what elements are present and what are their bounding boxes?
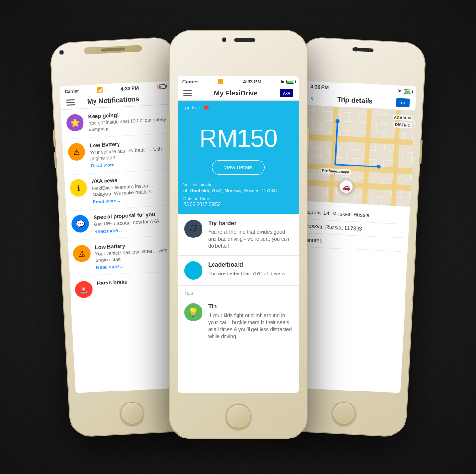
vehicle-location-value: ul. Garibaldi, 26к2, Moskva, Russia, 117… xyxy=(183,188,293,193)
notif-icon-warning-1: ⚠ xyxy=(68,143,86,161)
camera-center xyxy=(222,37,226,42)
notif-low-battery-1[interactable]: ⚠ Low Battery Your vehicle has low batte… xyxy=(62,133,175,175)
time-left: 4:33 PM xyxy=(120,85,139,91)
speaker xyxy=(101,47,125,52)
amount-text: RM150 xyxy=(183,124,293,153)
speaker-center xyxy=(234,38,255,42)
battery-icon-center xyxy=(286,80,294,84)
card-text-try-harder: You're at the line that divides good and… xyxy=(208,228,292,249)
ca-logo: Ca xyxy=(396,98,410,107)
home-button-right[interactable] xyxy=(332,401,356,425)
trip-detail-start-value: ospekt, 14, Moskva, Russia, xyxy=(305,209,404,220)
home-button-left[interactable] xyxy=(120,401,144,425)
left-screen: Carrier 📶 4:33 PM My Notifications xyxy=(60,81,186,393)
card-text-leaderboard: You are better than 75% of drivers xyxy=(208,270,292,277)
notif-content-keep-going: Keep going! You got inside best 100 of o… xyxy=(88,109,167,133)
amount-display: RM150 xyxy=(183,114,293,160)
location-arrow-icon: ➤ xyxy=(398,88,402,93)
notif-icon-star: ⭐ xyxy=(66,114,84,132)
datetime-label: Date and time xyxy=(183,196,293,201)
svg-point-1 xyxy=(377,165,381,168)
svg-point-0 xyxy=(335,119,339,123)
map-label-distr: DISTRIC xyxy=(393,122,412,128)
card-tip-1[interactable]: 💡 Tip If your kids fight or climb around… xyxy=(178,297,299,346)
card-try-harder[interactable]: 🛡 Try harder You're at the line that div… xyxy=(178,214,299,256)
ignition-label: Ignition xyxy=(183,105,200,110)
battery-fill-center xyxy=(287,81,293,83)
card-icon-bulb: 💡 xyxy=(184,303,202,321)
card-content-leaderboard: Leaderboard You are better than 75% of d… xyxy=(208,261,292,277)
nav-bar-center: My FlexiDrive AXA xyxy=(178,86,299,101)
wifi-icon-center: 📶 xyxy=(218,79,223,84)
battery-fill-left xyxy=(159,85,161,88)
back-arrow-right[interactable]: ‹ xyxy=(311,94,314,102)
card-title-tip-1: Tip xyxy=(208,303,292,310)
camera-icon xyxy=(59,50,64,55)
battery-icon-left xyxy=(157,84,165,89)
battery-area-left xyxy=(156,84,165,89)
notif-content-harsh-brake: Harsh brake xyxy=(97,276,176,287)
view-details-button[interactable]: View Details xyxy=(212,160,264,175)
card-list: 🛡 Try harder You're at the line that div… xyxy=(178,214,299,346)
notif-content-special-proposal: Special proposal for you Get 10% discoun… xyxy=(93,211,173,235)
time-center: 4:33 PM xyxy=(243,79,262,84)
nav-title-center: My FlexiDrive xyxy=(214,89,257,97)
notif-content-axa-news: AXA news FlexiDrive telematic insura… Ma… xyxy=(92,175,172,205)
notif-icon-alert: 🚨 xyxy=(75,280,93,298)
battery-icon-right xyxy=(404,89,411,94)
power-right[interactable] xyxy=(419,140,423,164)
vehicle-location-label: Vehicle Location xyxy=(183,182,293,187)
trip-detail-end-value: Moskva, Russia, 117393 xyxy=(304,223,403,234)
power-center[interactable] xyxy=(307,127,309,151)
vol-down-button[interactable] xyxy=(54,152,57,168)
vol-down-center[interactable] xyxy=(168,139,170,155)
notif-title-harsh-brake: Harsh brake xyxy=(97,276,176,286)
nav-title-right: Trip details xyxy=(337,95,373,105)
notif-content-low-battery-2: Low Battery Your vehicle has low batter…… xyxy=(95,240,175,270)
map-area: ACADEM DISTRIC Profsoyuznaya 🚗 xyxy=(300,105,415,207)
card-icon-globe: 🌐 xyxy=(184,261,202,280)
ignition-row: Ignition xyxy=(183,105,293,110)
card-icon-shield: 🛡 xyxy=(184,220,202,238)
time-right: 4:36 PM xyxy=(310,83,329,90)
phone-center: Carrier 📶 4:33 PM ▶ My FlexiDrive AXA xyxy=(170,31,307,438)
card-content-tip-1: Tip If your kids fight or climb around i… xyxy=(208,303,292,340)
trip-detail-duration-value: minutes xyxy=(303,237,402,248)
trip-details-list: ospekt, 14, Moskva, Russia, Moskva, Russ… xyxy=(297,201,410,256)
nav-title-left: My Notifications xyxy=(87,95,140,106)
vol-up-center[interactable] xyxy=(168,117,170,134)
phones-container: Carrier 📶 4:33 PM My Notifications xyxy=(51,21,425,453)
signal-icon-center: ▶ xyxy=(281,79,285,84)
card-leaderboard[interactable]: 🌐 Leaderboard You are better than 75% of… xyxy=(178,256,299,286)
notif-axa-news[interactable]: ℹ AXA news FlexiDrive telematic insura… … xyxy=(64,169,177,211)
datetime-value: 23.06.2017 09:52 xyxy=(183,202,293,207)
card-title-leaderboard: Leaderboard xyxy=(208,261,292,268)
nav-right-placeholder-left xyxy=(152,97,165,98)
menu-button-left[interactable] xyxy=(66,99,75,106)
home-button-center[interactable] xyxy=(226,404,251,429)
status-bar-center: Carrier 📶 4:33 PM ▶ xyxy=(178,76,299,86)
map-label-akadem: ACADEM xyxy=(393,115,413,121)
phone-top-speaker xyxy=(84,45,142,54)
notif-harsh-brake[interactable]: 🚨 Harsh brake xyxy=(70,271,181,301)
status-icons-right: ➤ xyxy=(398,88,411,94)
notif-low-battery-2[interactable]: ⚠ Low Battery Your vehicle has low batte… xyxy=(68,235,180,277)
location-area: Vehicle Location ul. Garibaldi, 26к2, Mo… xyxy=(178,182,299,214)
carrier-center: Carrier xyxy=(182,79,198,84)
notification-list: ⭐ Keep going! You got inside best 100 of… xyxy=(61,104,186,393)
notif-content-low-battery-1: Low Battery Your vehicle has low batter…… xyxy=(90,139,170,169)
wifi-icon-left: 📶 xyxy=(97,87,103,93)
menu-button-center[interactable] xyxy=(183,90,192,96)
carrier-left: Carrier xyxy=(65,88,79,94)
notif-icon-warning-2: ⚠ xyxy=(73,245,91,263)
ignition-status-dot xyxy=(204,105,209,110)
center-screen: Carrier 📶 4:33 PM ▶ My FlexiDrive AXA xyxy=(178,76,299,393)
axa-logo: AXA xyxy=(280,89,293,97)
card-content-try-harder: Try harder You're at the line that divid… xyxy=(208,220,292,249)
status-icons-center: ▶ xyxy=(281,79,294,84)
vol-up-button[interactable] xyxy=(53,130,56,147)
notif-icon-info: ℹ xyxy=(70,179,88,197)
card-title-try-harder: Try harder xyxy=(208,220,292,226)
card-text-tip-1: If your kids fight or climb around in yo… xyxy=(208,312,292,340)
battery-fill-right xyxy=(405,90,410,93)
